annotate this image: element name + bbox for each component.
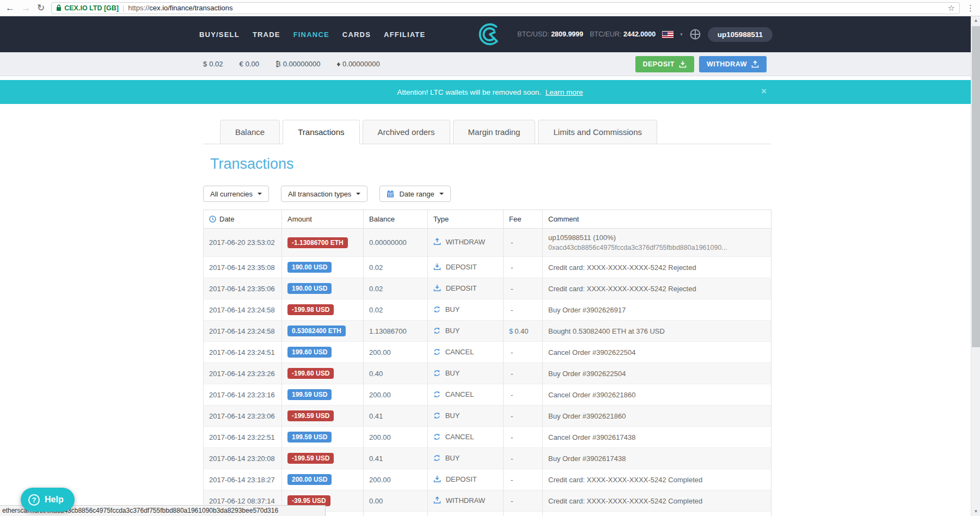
us-flag-icon[interactable] — [662, 31, 673, 38]
tab-limits-and-commissions[interactable]: Limits and Commissions — [538, 120, 657, 144]
type-label: WITHDRAW — [446, 496, 485, 505]
bookmark-star-icon[interactable]: ☆ — [948, 3, 955, 13]
type-label: CANCEL — [445, 390, 474, 398]
lock-icon — [56, 4, 62, 11]
type-label: CANCEL — [445, 433, 474, 441]
cell-date: 2017-06-14 23:24:58 — [204, 299, 282, 321]
cell-date: 2017-06-14 23:35:08 — [204, 257, 282, 278]
comment-text: Buy Order #3902617438 — [548, 454, 765, 463]
table-row[interactable]: 2017-06-14 23:18:27 200.00 USD 200.00 DE… — [204, 469, 771, 490]
header-date[interactable]: Date — [204, 210, 282, 229]
comment-text: up105988511 (100%) — [548, 234, 765, 242]
table-row[interactable]: 2017-06-14 23:35:08 190.00 USD 0.02 DEPO… — [204, 257, 771, 278]
date-range-filter[interactable]: Date range — [379, 186, 450, 202]
header-balance[interactable]: Balance — [364, 210, 428, 229]
tab-balance[interactable]: Balance — [220, 120, 280, 144]
question-mark-icon: ? — [28, 494, 40, 506]
fee-value: - — [511, 348, 513, 357]
cell-type: DEPOSIT — [428, 257, 504, 278]
cell-amount: 200.00 USD — [282, 469, 364, 490]
cell-balance: 0.02 — [364, 299, 428, 321]
currencies-filter[interactable]: All currencies — [203, 186, 269, 202]
address-bar[interactable]: CEX.IO LTD [GB] | https://cex.io/finance… — [51, 2, 960, 14]
nav-item-buy-sell[interactable]: BUY/SELL — [199, 30, 240, 39]
language-caret-icon[interactable]: ▾ — [680, 32, 683, 37]
table-row[interactable]: 2017-06-14 23:24:51 199.60 USD 200.00 CA… — [204, 342, 771, 363]
cell-fee: - — [504, 229, 543, 257]
transaction-types-filter[interactable]: All transaction types — [281, 186, 367, 202]
nav-item-affiliate[interactable]: AFFILIATE — [384, 30, 425, 39]
cell-balance: 0.41 — [364, 448, 428, 469]
help-label: Help — [45, 495, 64, 505]
close-icon[interactable]: × — [761, 87, 767, 96]
comment-text: Buy Order #3902622504 — [548, 370, 765, 378]
back-icon[interactable]: ← — [5, 3, 15, 13]
comment-text: Credit card: XXXX-XXXX-XXXX-5242 Rejecte… — [548, 285, 765, 293]
date-range-filter-label: Date range — [399, 190, 434, 198]
cex-logo[interactable] — [477, 22, 502, 47]
table-row[interactable]: 2017-06-14 23:22:51 199.59 USD 200.00 CA… — [204, 427, 771, 448]
nav-item-finance[interactable]: FINANCE — [293, 30, 329, 39]
cell-type: WITHDRAW — [428, 229, 504, 257]
cell-comment: Sold 0.10000000 ETH at 399.3 USD — [543, 512, 771, 516]
type-label: BUY — [445, 369, 460, 377]
scrollbar-thumb[interactable] — [972, 26, 980, 347]
fee-value: - — [511, 433, 513, 441]
type-label: DEPOSIT — [446, 284, 477, 292]
header-right: BTC/USD: 2809.9999 BTC/EUR: 2442.0000 ▾ … — [517, 16, 773, 52]
tab-archived-orders[interactable]: Archived orders — [363, 120, 450, 144]
comment-text: Credit card: XXXX-XXXX-XXXX-5242 Complet… — [548, 476, 765, 484]
header-type[interactable]: Type — [428, 210, 504, 229]
tx-hash-link[interactable]: 0xacd43cb8856c4975fccda3c376df755fbbd880… — [548, 244, 765, 251]
cell-balance: 0.00000000 — [364, 229, 428, 257]
cell-balance: 200.00 — [364, 469, 428, 490]
reload-icon[interactable]: ↻ — [37, 3, 45, 13]
username-button[interactable]: up105988511 — [708, 27, 773, 42]
learn-more-link[interactable]: Learn more — [546, 88, 583, 96]
cell-type: CANCEL — [428, 427, 504, 448]
globe-icon[interactable] — [689, 28, 701, 40]
nav-item-cards[interactable]: CARDS — [342, 30, 371, 39]
main-nav: BUY/SELLTRADEFINANCECARDSAFFILIATE — [199, 30, 425, 39]
chevron-down-icon — [258, 193, 262, 195]
cell-fee: - — [504, 342, 543, 363]
table-row[interactable]: 2017-06-20 23:53:02 -1.13086700 ETH 0.00… — [204, 229, 771, 257]
forward-icon[interactable]: → — [21, 3, 30, 13]
table-row[interactable]: 2017-06-14 23:24:58 0.53082400 ETH 1.130… — [204, 321, 771, 342]
table-row[interactable]: 2017-06-14 23:23:16 199.59 USD 200.00 CA… — [204, 384, 771, 406]
tab-transactions[interactable]: Transactions — [283, 120, 359, 144]
cell-balance: 39.95 — [364, 512, 428, 516]
withdraw-label: WITHDRAW — [707, 60, 747, 68]
cell-balance: 200.00 — [364, 384, 428, 406]
balances: $0.02€0.00₿0.00000000♦0.00000000 — [203, 60, 380, 68]
scroll-up-icon[interactable]: ▲ — [971, 16, 980, 25]
deposit-button[interactable]: DEPOSIT — [635, 56, 694, 72]
type-label: BUY — [445, 454, 460, 462]
cell-date: 2017-06-14 23:35:06 — [204, 278, 282, 299]
fee-value: - — [511, 285, 513, 293]
header-fee[interactable]: Fee — [504, 210, 543, 229]
table-row[interactable]: 2017-06-14 23:23:06 -199.59 USD 0.41 BUY… — [204, 406, 771, 427]
header-comment[interactable]: Comment — [543, 210, 771, 229]
scrollbar[interactable]: ▲ ▼ — [971, 16, 980, 516]
table-row[interactable]: 2017-06-14 23:24:58 -199.98 USD 0.02 BUY… — [204, 299, 771, 321]
currencies-filter-label: All currencies — [210, 190, 253, 198]
cell-balance: 0.40 — [364, 363, 428, 384]
help-button[interactable]: ? Help — [21, 488, 75, 512]
site-identity[interactable]: CEX.IO LTD [GB] — [56, 4, 119, 12]
nav-item-trade[interactable]: TRADE — [253, 30, 280, 39]
header-amount[interactable]: Amount — [282, 210, 364, 229]
table-row[interactable]: 2017-06-14 23:23:26 -199.60 USD 0.40 BUY… — [204, 363, 771, 384]
cell-balance: 0.02 — [364, 278, 428, 299]
cell-amount: 190.00 USD — [282, 278, 364, 299]
table-row[interactable]: 2017-06-14 23:20:08 -199.59 USD 0.41 BUY… — [204, 448, 771, 469]
browser-menu-icon[interactable]: ⋮ — [966, 3, 975, 13]
fee-value: - — [511, 476, 513, 484]
withdraw-button[interactable]: WITHDRAW — [699, 56, 767, 72]
table-row[interactable]: 2017-06-14 23:35:06 190.00 USD 0.02 DEPO… — [204, 278, 771, 299]
amount-badge: -199.60 USD — [287, 368, 334, 379]
tab-margin-trading[interactable]: Margin trading — [453, 120, 536, 144]
scroll-down-icon[interactable]: ▼ — [971, 507, 980, 516]
type-label: DEPOSIT — [446, 263, 477, 271]
cell-type: SELL — [428, 512, 504, 516]
